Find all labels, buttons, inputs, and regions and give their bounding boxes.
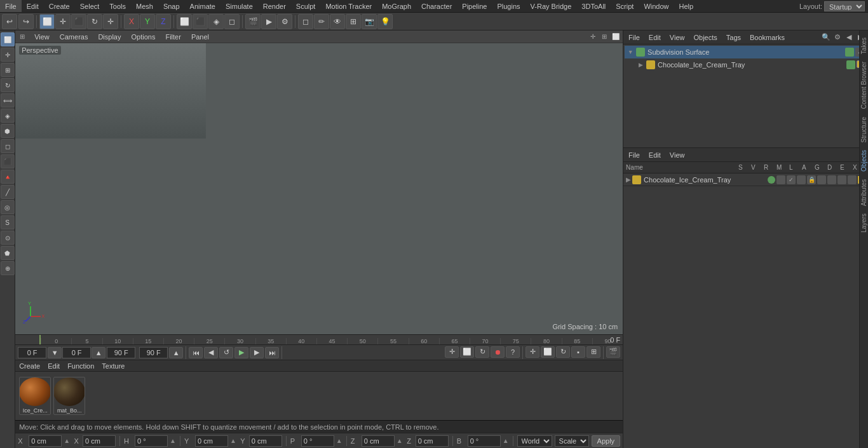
z-pos-arrow[interactable]: ▲ xyxy=(397,437,403,444)
attr-icon-6[interactable] xyxy=(827,175,836,184)
tab-content-browser[interactable]: Content Browser xyxy=(859,58,868,112)
grid-btn[interactable]: ⊞ xyxy=(346,14,361,29)
left-btn12[interactable]: S xyxy=(1,215,15,229)
x-axis-btn[interactable]: X xyxy=(124,14,139,29)
rotate-tool[interactable]: ↻ xyxy=(87,14,102,29)
goto-end-btn[interactable]: ⏭ xyxy=(265,347,279,358)
curves-btn[interactable]: ⊞ xyxy=(587,346,600,358)
obj-row-tray[interactable]: ▶ Chocolate_Ice_Cream_Tray xyxy=(625,58,867,71)
goto-start-btn[interactable]: ⏮ xyxy=(189,347,203,358)
step-back-btn[interactable]: ◀ xyxy=(204,347,218,358)
tab-attributes[interactable]: Attributes xyxy=(859,175,868,210)
anim-btn[interactable]: ↻ xyxy=(556,346,570,358)
eye-btn[interactable]: 👁 xyxy=(330,14,345,29)
attr-row-tray[interactable]: ▶ Chocolate_Ice_Cream_Tray ✓ 🔒 xyxy=(623,173,868,186)
attr-menu-edit[interactable]: Edit xyxy=(646,151,663,159)
menu-sculpt[interactable]: Sculpt xyxy=(291,0,321,12)
menu-snap[interactable]: Snap xyxy=(158,0,185,12)
polygon-mode[interactable]: ◻ xyxy=(224,14,240,29)
material-box[interactable]: mat_Bo... xyxy=(53,377,85,415)
loop-btn[interactable]: ↺ xyxy=(219,347,233,358)
undo-button[interactable]: ↩ xyxy=(2,14,17,29)
vis-dot-2[interactable] xyxy=(846,60,855,69)
menu-plugins[interactable]: Plugins xyxy=(492,0,525,12)
menu-help[interactable]: Help xyxy=(674,0,699,12)
render-view-btn[interactable]: 🎬 xyxy=(245,14,261,29)
left-scale-btn[interactable]: ⊞ xyxy=(1,63,15,77)
menu-script[interactable]: Script xyxy=(611,0,639,12)
obj-settings-icon[interactable]: ⚙ xyxy=(832,32,843,43)
h-field[interactable] xyxy=(135,435,168,447)
z-axis-btn[interactable]: Z xyxy=(156,14,171,29)
x-pos-field[interactable] xyxy=(29,435,62,447)
attr-icon-1[interactable] xyxy=(776,175,785,184)
expand-icon-2[interactable]: ▶ xyxy=(637,62,644,68)
material-ice-cream[interactable]: Ice_Cre... xyxy=(19,377,51,415)
apply-button[interactable]: Apply xyxy=(592,435,621,447)
menu-vray[interactable]: V-Ray Bridge xyxy=(526,0,577,12)
menu-animate[interactable]: Animate xyxy=(185,0,220,12)
attr-menu-view[interactable]: View xyxy=(667,151,688,159)
expand-icon-1[interactable]: ▼ xyxy=(627,49,634,55)
b-arrow[interactable]: ▲ xyxy=(503,437,509,444)
scale-dropdown[interactable]: Scale xyxy=(555,435,589,447)
vp-menu-view[interactable]: View xyxy=(32,33,52,41)
attr-vis-dot[interactable] xyxy=(768,176,775,184)
arrow-down-btn[interactable]: ▼ xyxy=(48,347,62,358)
vp-menu-cameras[interactable]: Cameras xyxy=(57,33,91,41)
menu-simulate[interactable]: Simulate xyxy=(220,0,258,12)
left-btn8[interactable]: ⬛ xyxy=(1,154,15,168)
render-btn[interactable]: ▶ xyxy=(261,14,276,29)
tab-layers[interactable]: Layers xyxy=(859,210,868,236)
select-tool[interactable]: ⬜ xyxy=(39,14,55,29)
menu-edit[interactable]: Edit xyxy=(22,0,44,12)
vp-icon3[interactable]: ⬜ xyxy=(611,32,620,41)
mat-menu-edit[interactable]: Edit xyxy=(48,362,60,370)
menu-tools[interactable]: Tools xyxy=(104,0,131,12)
vp-menu-options[interactable]: Options xyxy=(129,33,158,41)
obj-menu-tags[interactable]: Tags xyxy=(724,34,743,41)
menu-motion-tracker[interactable]: Motion Tracker xyxy=(320,0,377,12)
obj-menu-edit[interactable]: Edit xyxy=(646,34,663,41)
motion-box-btn[interactable]: ⬜ xyxy=(541,346,555,358)
z-pos-field[interactable] xyxy=(362,435,395,447)
mat-menu-function[interactable]: Function xyxy=(67,362,94,370)
obj-menu-bookmarks[interactable]: Bookmarks xyxy=(747,34,787,41)
attr-icon-3[interactable] xyxy=(797,175,806,184)
obj-search-icon[interactable]: 🔍 xyxy=(821,32,831,43)
left-btn5[interactable]: ◈ xyxy=(1,109,15,123)
left-btn11[interactable]: ◎ xyxy=(1,200,15,214)
step-fwd-btn[interactable]: ▶ xyxy=(250,347,264,358)
obj-arrow-left[interactable]: ◀ xyxy=(844,32,854,43)
vp-icon2[interactable]: ⊞ xyxy=(600,32,609,41)
left-btn6[interactable]: ⬢ xyxy=(1,124,15,138)
attr-icon-7[interactable] xyxy=(837,175,846,184)
auto-key-btn[interactable]: ↻ xyxy=(475,346,489,358)
attr-icon-2[interactable]: ✓ xyxy=(787,175,796,184)
camera-btn[interactable]: 📷 xyxy=(362,14,377,29)
menu-render[interactable]: Render xyxy=(258,0,291,12)
perspective-btn[interactable]: ◻ xyxy=(298,14,313,29)
tab-structure[interactable]: Structure xyxy=(859,113,868,147)
menu-create[interactable]: Create xyxy=(44,0,75,12)
render-settings-btn[interactable]: ⚙ xyxy=(277,14,292,29)
mat-menu-texture[interactable]: Texture xyxy=(102,362,125,370)
left-btn13[interactable]: ⊙ xyxy=(1,231,15,245)
x-pos-arrow[interactable]: ▲ xyxy=(64,437,70,444)
menu-character[interactable]: Character xyxy=(416,0,457,12)
left-btn7[interactable]: ◻ xyxy=(1,139,15,153)
record-btn[interactable]: ⏺ xyxy=(491,346,505,358)
h-arrow[interactable]: ▲ xyxy=(170,437,176,444)
z-size-field[interactable] xyxy=(416,435,449,447)
menu-mograph[interactable]: MoGraph xyxy=(377,0,416,12)
b-field[interactable] xyxy=(468,435,501,447)
left-btn14[interactable]: ⬟ xyxy=(1,246,15,260)
vp-icon1[interactable]: ✛ xyxy=(588,32,597,41)
timeline[interactable]: 0 5 10 15 20 25 30 35 40 45 50 55 60 65 … xyxy=(15,334,623,344)
start-frame-field[interactable] xyxy=(18,347,46,358)
obj-menu-objects[interactable]: Objects xyxy=(691,34,719,41)
y-pos-field[interactable] xyxy=(195,435,228,447)
scale-tool[interactable]: ⬛ xyxy=(71,14,86,29)
redo-button[interactable]: ↪ xyxy=(18,14,34,29)
arrow-up-btn[interactable]: ▲ xyxy=(92,347,105,358)
